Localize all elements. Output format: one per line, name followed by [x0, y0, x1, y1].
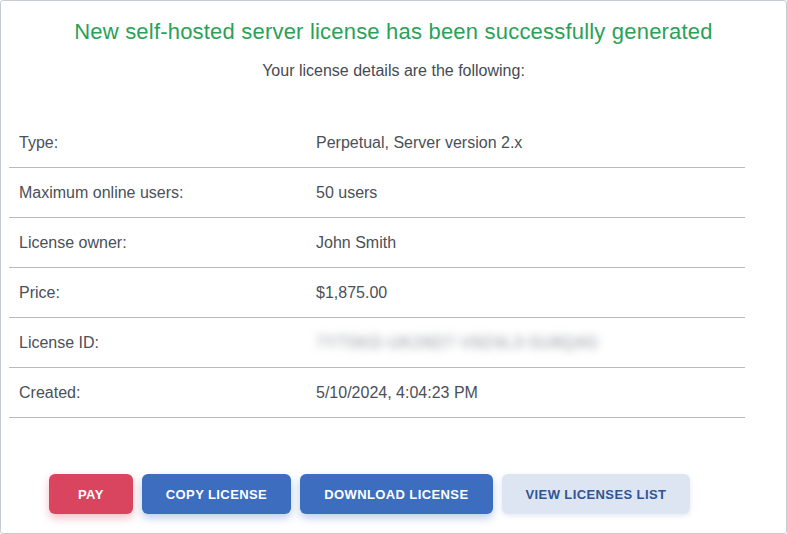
detail-row-license-id: License ID: 7YT5KD-UK26D7-V9Z4L3-5U8Q4G: [9, 318, 745, 368]
detail-value: $1,875.00: [316, 284, 745, 302]
detail-row-type: Type: Perpetual, Server version 2.x: [9, 118, 745, 168]
view-licenses-list-button[interactable]: VIEW LICENSES LIST: [502, 474, 691, 514]
detail-label: License owner:: [9, 234, 316, 252]
detail-label: Created:: [9, 384, 316, 402]
pay-button[interactable]: PAY: [49, 474, 133, 514]
detail-row-max-users: Maximum online users: 50 users: [9, 168, 745, 218]
detail-label: License ID:: [9, 334, 316, 352]
license-details-subtitle: Your license details are the following:: [1, 62, 786, 80]
detail-row-price: Price: $1,875.00: [9, 268, 745, 318]
detail-value: 50 users: [316, 184, 745, 202]
copy-license-button[interactable]: COPY LICENSE: [142, 474, 291, 514]
detail-value: 5/10/2024, 4:04:23 PM: [316, 384, 745, 402]
license-generated-panel: New self-hosted server license has been …: [0, 0, 787, 534]
detail-label: Price:: [9, 284, 316, 302]
detail-value: John Smith: [316, 234, 745, 252]
detail-label: Maximum online users:: [9, 184, 316, 202]
detail-row-created: Created: 5/10/2024, 4:04:23 PM: [9, 368, 745, 418]
download-license-button[interactable]: DOWNLOAD LICENSE: [300, 474, 492, 514]
detail-row-license-owner: License owner: John Smith: [9, 218, 745, 268]
license-details-table: Type: Perpetual, Server version 2.x Maxi…: [9, 118, 745, 418]
detail-value: Perpetual, Server version 2.x: [316, 134, 745, 152]
detail-label: Type:: [9, 134, 316, 152]
license-id-value-blurred: 7YT5KD-UK26D7-V9Z4L3-5U8Q4G: [316, 334, 745, 352]
action-button-row: PAY COPY LICENSE DOWNLOAD LICENSE VIEW L…: [49, 474, 786, 514]
success-heading: New self-hosted server license has been …: [11, 19, 776, 45]
